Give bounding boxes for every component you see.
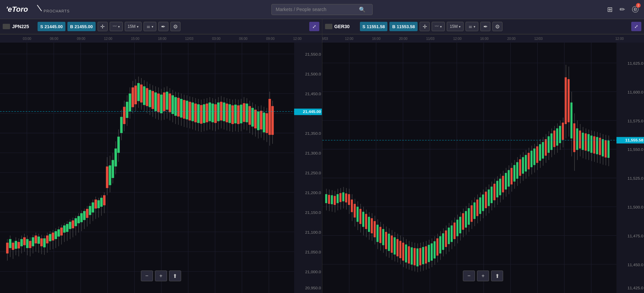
svg-text:21,000.0: 21,000.0: [305, 270, 321, 274]
svg-rect-39: [26, 239, 29, 248]
draw-button[interactable]: ✒: [158, 22, 168, 31]
share-button[interactable]: ⬆: [491, 271, 503, 281]
sell-price: 11551.58: [367, 24, 385, 29]
svg-rect-308: [411, 247, 413, 265]
svg-rect-175: [220, 102, 222, 121]
zoom-in-button[interactable]: +: [477, 271, 489, 281]
indicators-button[interactable]: ⚌ ▾: [466, 22, 478, 31]
buy-button[interactable]: B 11553.58: [389, 22, 418, 31]
zoom-out-button[interactable]: −: [141, 271, 153, 281]
buy-button[interactable]: B 21455.00: [67, 22, 96, 31]
timeframe-button[interactable]: 15M ▾: [125, 22, 142, 31]
svg-rect-378: [511, 168, 513, 184]
grid-icon[interactable]: ⊞: [607, 5, 613, 13]
svg-rect-340: [456, 220, 458, 236]
svg-rect-89: [97, 200, 100, 208]
chart-panel-jpn225: JPN225 S 21445.00 B 21455.00 ✛ 〰 ▾ 15M ▾…: [0, 19, 322, 293]
svg-rect-368: [496, 181, 498, 197]
svg-rect-436: [593, 136, 595, 154]
svg-text:21,500.0: 21,500.0: [305, 72, 321, 76]
svg-rect-248: [325, 194, 327, 203]
time-label: 06:00: [239, 37, 248, 41]
svg-rect-139: [169, 94, 171, 112]
svg-rect-288: [382, 229, 384, 245]
svg-rect-131: [157, 94, 160, 112]
svg-rect-209: [268, 99, 271, 135]
expand-button[interactable]: ⤢: [631, 22, 641, 31]
chart-area-ger30[interactable]: 11,625.0 11,600.0 11,575.0 11,550.0 11,5…: [322, 34, 644, 293]
chart-type-icon: 〰: [113, 24, 117, 29]
pen-icon[interactable]: ✏: [620, 5, 625, 13]
svg-rect-394: [533, 149, 535, 165]
svg-rect-364: [490, 187, 492, 203]
svg-rect-432: [587, 134, 589, 151]
expand-button[interactable]: ⤢: [309, 22, 319, 31]
svg-rect-358: [482, 194, 484, 211]
notification-area[interactable]: ⓔ 2: [632, 5, 639, 14]
svg-text:20,950.0: 20,950.0: [305, 286, 321, 290]
svg-rect-316: [422, 247, 424, 264]
procharts-label: PROCHARTS: [44, 9, 70, 13]
add-instrument-button[interactable]: ✛: [98, 22, 108, 31]
svg-rect-318: [425, 246, 427, 263]
svg-rect-434: [590, 135, 592, 153]
svg-rect-117: [137, 83, 140, 101]
svg-rect-159: [197, 104, 200, 123]
chart-type-button[interactable]: 〰 ▾: [110, 22, 123, 31]
share-button[interactable]: ⬆: [169, 271, 181, 281]
svg-rect-386: [522, 157, 524, 174]
chart-area-jpn225[interactable]: 21,550.0 21,500.0 21,450.0 21,400.0 21,3…: [0, 34, 322, 293]
chart-type-button[interactable]: 〰 ▾: [432, 22, 445, 31]
svg-rect-31: [15, 241, 17, 249]
chevron-down-icon: ▾: [440, 25, 442, 28]
svg-rect-430: [585, 133, 587, 151]
chart-svg-jpn225: 21,550.0 21,500.0 21,450.0 21,400.0 21,3…: [0, 34, 322, 293]
search-input[interactable]: [276, 7, 356, 12]
svg-rect-123: [146, 88, 148, 106]
time-label: 12/03: [185, 37, 194, 41]
time-label: 12/03: [534, 37, 543, 41]
timeframe-button[interactable]: 15M ▾: [447, 22, 464, 31]
search-icon: 🔍: [359, 6, 366, 13]
svg-rect-330: [442, 233, 444, 250]
svg-rect-101: [114, 149, 117, 167]
svg-rect-402: [545, 139, 547, 156]
logo-etoro: 'eToro: [5, 2, 42, 17]
time-label: 03:00: [212, 37, 220, 41]
svg-rect-262: [345, 193, 347, 202]
time-label: 16:00: [480, 37, 489, 41]
svg-text:11,550.0: 11,550.0: [627, 148, 643, 152]
svg-rect-195: [249, 106, 251, 125]
svg-rect-286: [379, 227, 381, 243]
chart-toolbar-jpn225: JPN225 S 21445.00 B 21455.00 ✛ 〰 ▾ 15M ▾…: [0, 19, 322, 34]
svg-rect-95: [106, 167, 108, 188]
add-instrument-button[interactable]: ✛: [420, 22, 430, 31]
chart-toolbar-ger30: GER30 S 11551.58 B 11553.58 ✛ 〰 ▾ 15M ▾ …: [322, 19, 644, 34]
time-label: 03:00: [23, 37, 31, 41]
svg-rect-280: [371, 218, 373, 233]
draw-button[interactable]: ✒: [480, 22, 490, 31]
settings-button[interactable]: ⚙: [170, 22, 180, 31]
svg-rect-137: [166, 92, 168, 110]
time-label: 09:00: [266, 37, 274, 41]
svg-text:21,050.0: 21,050.0: [305, 250, 321, 254]
svg-rect-165: [206, 104, 208, 122]
settings-button[interactable]: ⚙: [492, 22, 502, 31]
sell-button[interactable]: S 11551.58: [360, 22, 388, 31]
svg-rect-324: [433, 241, 435, 258]
svg-rect-294: [391, 235, 393, 252]
svg-rect-296: [393, 237, 395, 254]
svg-rect-284: [376, 225, 378, 242]
svg-rect-177: [223, 103, 225, 121]
indicators-button[interactable]: ⚌ ▾: [144, 22, 156, 31]
zoom-out-button[interactable]: −: [463, 271, 475, 281]
svg-rect-127: [152, 91, 154, 109]
svg-rect-43: [32, 237, 34, 246]
svg-rect-270: [357, 207, 359, 222]
zoom-in-button[interactable]: +: [155, 271, 167, 281]
svg-rect-157: [194, 104, 197, 122]
svg-rect-171: [214, 104, 217, 123]
sell-button[interactable]: S 21445.00: [38, 22, 65, 31]
svg-rect-360: [485, 192, 487, 208]
svg-rect-33: [17, 242, 20, 248]
